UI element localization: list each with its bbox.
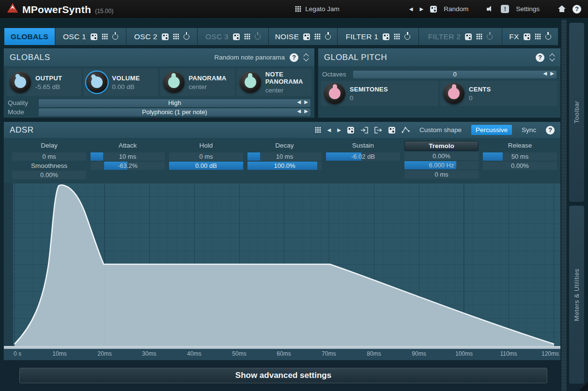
noise-power-icon[interactable] [325, 34, 331, 40]
attack-shape-slider[interactable]: -63.2% [91, 162, 165, 170]
preset-browser-icon[interactable] [295, 6, 301, 12]
toolbar-side-tab[interactable]: Toolbar [569, 22, 585, 202]
envelope-graph[interactable] [4, 183, 560, 346]
fx-power-icon[interactable] [545, 34, 551, 40]
next-preset-icon[interactable] [419, 7, 423, 12]
quality-row: Quality High [4, 98, 314, 107]
random-button[interactable]: Random [444, 5, 468, 13]
filter1-randomize-icon[interactable] [383, 33, 389, 40]
decay-shape-slider[interactable]: 100.0% [248, 162, 322, 170]
adsr-randomize-icon[interactable] [347, 127, 354, 134]
quality-prev-icon[interactable] [297, 100, 301, 105]
randomize-dice-icon[interactable] [430, 6, 437, 13]
global-pitch-help-icon[interactable] [536, 53, 544, 62]
adsr-panel: ADSR Custom shape [4, 122, 560, 360]
output-knob[interactable] [10, 72, 31, 93]
mode-prev-icon[interactable] [297, 109, 301, 114]
osc1-presets-icon[interactable] [102, 33, 108, 40]
right-scrollbar[interactable] [561, 19, 567, 391]
tab-globals[interactable]: GLOBALS [4, 28, 55, 45]
osc3-presets-icon[interactable] [244, 33, 250, 40]
delay-slider[interactable]: 0 ms [12, 152, 86, 161]
filter2-power-icon[interactable] [487, 34, 493, 40]
release-shape-slider[interactable]: 0.00% [483, 162, 557, 170]
cents-knob[interactable] [443, 83, 464, 104]
noise-presets-icon[interactable] [314, 33, 321, 40]
tremolo-shift-slider[interactable]: 0 ms [404, 170, 479, 179]
mode-next-icon[interactable] [304, 109, 308, 114]
quality-next-icon[interactable] [304, 100, 308, 105]
tick-9: 90ms [412, 350, 426, 357]
osc1-power-icon[interactable] [112, 34, 118, 40]
smoothness-slider[interactable]: 0.00% [12, 171, 86, 179]
mode-selector[interactable]: Polyphonic (1 per note) [39, 108, 310, 116]
volume-value: 0.00 dB [112, 83, 139, 90]
globals-help-icon[interactable] [290, 53, 298, 62]
fx-presets-icon[interactable] [535, 33, 541, 40]
octaves-prev-icon[interactable] [543, 71, 547, 76]
random-note-panorama-option[interactable]: Random note panorama [214, 54, 285, 61]
show-advanced-settings-button[interactable]: Show advanced settings [19, 368, 547, 383]
filter1-presets-icon[interactable] [394, 33, 400, 40]
adsr-randomize2-icon[interactable] [388, 127, 395, 134]
filter2-presets-icon[interactable] [476, 33, 482, 40]
tremolo-button[interactable]: Tremolo [404, 141, 479, 151]
limiter-warning-icon[interactable] [501, 5, 509, 13]
filter2-randomize-icon[interactable] [465, 33, 472, 40]
osc2-presets-icon[interactable] [173, 33, 179, 40]
previous-preset-icon[interactable] [409, 7, 413, 12]
global-pitch-collapse-icon[interactable] [549, 53, 555, 61]
preset-selector[interactable]: Legato Jam [295, 5, 340, 13]
percussive-button[interactable]: Percussive [471, 125, 512, 135]
adsr-import-icon[interactable] [360, 127, 368, 134]
quality-selector[interactable]: High [39, 99, 310, 107]
tab-fx[interactable]: FX [502, 28, 558, 45]
sustain-slider[interactable]: -6.02 dB [326, 152, 400, 161]
release-slider[interactable]: 50 ms [483, 152, 557, 161]
osc2-randomize-icon[interactable] [162, 33, 169, 40]
osc3-randomize-icon[interactable] [233, 33, 240, 40]
adsr-export-icon[interactable] [374, 127, 382, 134]
hold-slider[interactable]: 0 ms [169, 152, 243, 161]
attack-slider[interactable]: 10 ms [91, 152, 165, 161]
semitones-knob[interactable] [324, 83, 345, 104]
volume-knob[interactable] [86, 72, 108, 93]
envelope-curve[interactable] [4, 183, 560, 346]
tremolo-rate-slider[interactable]: 6.000 Hz [404, 161, 479, 169]
adsr-next-icon[interactable] [337, 128, 341, 133]
note-panorama-label: NOTE PANORAMA [265, 71, 309, 85]
osc1-randomize-icon[interactable] [91, 33, 97, 40]
osc2-power-icon[interactable] [184, 34, 189, 40]
noise-randomize-icon[interactable] [303, 33, 310, 40]
tab-osc3[interactable]: OSC 3 [198, 28, 269, 45]
settings-button[interactable]: Settings [516, 5, 540, 13]
adsr-help-icon[interactable] [546, 126, 555, 135]
osc3-power-icon[interactable] [255, 34, 261, 40]
tab-osc1[interactable]: OSC 1 [55, 28, 126, 45]
tab-osc2[interactable]: OSC 2 [126, 28, 198, 45]
fx-randomize-icon[interactable] [524, 33, 530, 40]
preset-name[interactable]: Legato Jam [305, 5, 340, 13]
audio-listen-icon[interactable] [487, 6, 494, 12]
filter1-power-icon[interactable] [404, 34, 410, 40]
adsr-prev-icon[interactable] [327, 128, 331, 133]
note-panorama-knob[interactable] [240, 72, 261, 93]
sync-button[interactable]: Sync [518, 125, 540, 135]
note-panorama-knob-cell: NOTE PANORAMA center [237, 69, 311, 96]
tab-filter2[interactable]: FILTER 2 [419, 28, 502, 45]
help-icon[interactable] [573, 5, 581, 14]
hold-level-slider[interactable]: 0.00 dB [169, 162, 243, 170]
octaves-slider[interactable]: 0 [353, 71, 557, 78]
octaves-next-icon[interactable] [550, 71, 554, 76]
window-resize-handle[interactable] [579, 382, 588, 391]
tab-noise[interactable]: NOISE [269, 28, 338, 45]
globals-collapse-icon[interactable] [303, 53, 309, 61]
tab-filter1[interactable]: FILTER 1 [338, 28, 419, 45]
panorama-knob[interactable] [163, 72, 185, 93]
decay-slider[interactable]: 10 ms [248, 152, 322, 161]
adsr-presets-icon[interactable] [315, 127, 321, 133]
custom-shape-button[interactable]: Custom shape [416, 125, 465, 135]
tremolo-depth-slider[interactable]: 0.00% [404, 152, 479, 160]
home-icon[interactable] [558, 6, 566, 12]
meters-utilities-side-tab[interactable]: Meters & Utilities [569, 205, 585, 384]
